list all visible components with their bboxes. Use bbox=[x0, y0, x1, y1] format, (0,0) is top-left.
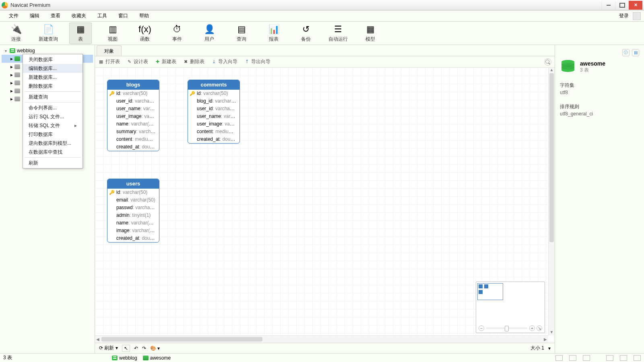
table-column: email: varchar(50) bbox=[107, 196, 159, 204]
context-menu-item[interactable]: 转储 SQL 文件 bbox=[23, 121, 83, 130]
delete-table-button[interactable]: ✖删除表 bbox=[183, 58, 204, 65]
toolbar-label: 函数 bbox=[140, 36, 150, 43]
redo-button[interactable]: ↷ bbox=[142, 346, 146, 351]
context-menu-item[interactable]: 编辑数据库... bbox=[23, 64, 83, 73]
maximize-button[interactable] bbox=[615, 1, 629, 10]
context-menu-item[interactable]: 刷新 bbox=[23, 158, 83, 167]
toolbar-icon: ⏱ bbox=[173, 24, 182, 35]
toolbar-新建查询-button[interactable]: 📄新建查询 bbox=[37, 23, 60, 44]
menu-view[interactable]: 查看 bbox=[45, 11, 66, 21]
table-column: id: varchar(50) bbox=[188, 90, 239, 97]
expand-icon[interactable]: ▸ bbox=[10, 64, 13, 70]
table-column: name: varchar(50) bbox=[107, 219, 159, 227]
zoom-label[interactable]: 大小 1 bbox=[530, 345, 544, 352]
status-crumb-database[interactable]: awesome bbox=[143, 355, 171, 361]
toolbar-自动运行-button[interactable]: ☰自动运行 bbox=[327, 23, 349, 44]
view-mode-button[interactable] bbox=[583, 355, 590, 361]
table-card-blogs[interactable]: blogsid: varchar(50)user_id: varchar(5..… bbox=[107, 80, 159, 151]
layout-button[interactable] bbox=[620, 355, 627, 361]
context-menu-item[interactable]: 删除数据库 bbox=[23, 82, 83, 90]
scroll-thumb[interactable] bbox=[101, 337, 262, 341]
table-card-users[interactable]: usersid: varchar(50)email: varchar(50)pa… bbox=[107, 179, 159, 243]
import-wizard-button[interactable]: ⤓导入向导 bbox=[211, 58, 237, 65]
refresh-button[interactable]: ⟳ 刷新 ▾ bbox=[99, 345, 118, 352]
design-table-button[interactable]: ✎设计表 bbox=[126, 58, 148, 65]
toolbar-事件-button[interactable]: ⏱事件 bbox=[166, 23, 188, 44]
info-button[interactable]: ⓘ bbox=[622, 49, 630, 56]
menu-bar: 文件 编辑 查看 收藏夹 工具 窗口 帮助 登录 bbox=[0, 10, 644, 22]
login-link[interactable]: 登录 bbox=[617, 11, 631, 21]
context-menu-item[interactable]: 新建查询 bbox=[23, 93, 83, 101]
zoom-in-button[interactable]: + bbox=[529, 325, 535, 331]
minimap[interactable]: − + ↘ bbox=[476, 282, 545, 333]
scroll-left-icon[interactable]: ◀ bbox=[95, 336, 101, 343]
scroll-thumb[interactable] bbox=[549, 73, 554, 242]
toolbar-视图-button[interactable]: ▥视图 bbox=[101, 23, 124, 44]
expand-icon[interactable]: ▸ bbox=[10, 56, 13, 62]
table-column: user_image: varc... bbox=[188, 120, 239, 128]
tree-connection[interactable]: ▾ webblog bbox=[2, 47, 93, 55]
scroll-right-icon[interactable]: ▶ bbox=[543, 336, 548, 343]
color-tool[interactable]: 🎨 ▾ bbox=[150, 346, 160, 351]
menu-tools[interactable]: 工具 bbox=[92, 11, 113, 21]
open-table-button[interactable]: ▦打开表 bbox=[98, 58, 120, 65]
new-table-button[interactable]: ✚新建表 bbox=[155, 58, 176, 65]
avatar-icon[interactable] bbox=[633, 12, 641, 20]
ddl-button[interactable]: ▤ bbox=[632, 49, 639, 56]
menu-file[interactable]: 文件 bbox=[3, 11, 24, 21]
tab-objects[interactable]: 对象 bbox=[97, 45, 122, 56]
database-icon bbox=[14, 72, 20, 77]
scroll-up-icon[interactable]: ▲ bbox=[549, 68, 555, 73]
context-menu-item[interactable]: 在数据库中查找 bbox=[23, 148, 83, 156]
view-mode-button[interactable] bbox=[569, 355, 576, 361]
collapse-icon[interactable]: ▾ bbox=[3, 49, 8, 53]
zoom-slider[interactable] bbox=[486, 327, 528, 329]
zoom-dropdown-icon[interactable]: ▾ bbox=[548, 346, 551, 351]
expand-icon[interactable]: ▸ bbox=[10, 72, 13, 78]
toolbar-icon: ▦ bbox=[366, 24, 375, 35]
layout-button[interactable] bbox=[606, 355, 613, 361]
vertical-scrollbar[interactable]: ▲ ▼ bbox=[548, 68, 555, 335]
expand-icon[interactable]: ▸ bbox=[10, 80, 13, 86]
toolbar-连接-button[interactable]: 🔌连接 bbox=[5, 23, 27, 44]
layout-button[interactable] bbox=[634, 355, 641, 361]
context-menu-item[interactable]: 打印数据库 bbox=[23, 130, 83, 139]
toolbar-报表-button[interactable]: 📊报表 bbox=[262, 23, 285, 44]
context-menu-item[interactable]: 命令列界面... bbox=[23, 103, 83, 112]
expand-icon[interactable]: ▸ bbox=[10, 88, 13, 94]
menu-edit[interactable]: 编辑 bbox=[24, 11, 45, 21]
zoom-out-button[interactable]: − bbox=[479, 325, 484, 331]
export-wizard-button[interactable]: ⤒导出向导 bbox=[244, 58, 270, 65]
context-menu-item[interactable]: 关闭数据库 bbox=[23, 55, 83, 64]
toolbar-备份-button[interactable]: ↺备份 bbox=[295, 23, 317, 44]
toolbar-用户-button[interactable]: 👤用户 bbox=[198, 23, 221, 44]
view-mode-button[interactable] bbox=[555, 355, 563, 361]
context-menu-item[interactable]: 运行 SQL 文件... bbox=[23, 112, 83, 121]
pointer-tool[interactable]: ↖ bbox=[122, 345, 130, 352]
menu-favorites[interactable]: 收藏夹 bbox=[66, 11, 92, 21]
main-toolbar: 🔌连接📄新建查询▦表▥视图f(x)函数⏱事件👤用户▤查询📊报表↺备份☰自动运行▦… bbox=[0, 22, 644, 45]
toolbar-函数-button[interactable]: f(x)函数 bbox=[134, 23, 156, 44]
context-menu-item[interactable]: 逆向数据库到模型... bbox=[23, 139, 83, 148]
status-crumb-connection[interactable]: webblog bbox=[112, 355, 137, 361]
zoom-fit-button[interactable]: ↘ bbox=[537, 325, 542, 331]
expand-icon[interactable]: ▸ bbox=[10, 96, 13, 102]
minimize-button[interactable] bbox=[601, 1, 615, 10]
search-icon[interactable] bbox=[544, 58, 551, 66]
undo-button[interactable]: ↶ bbox=[134, 346, 138, 351]
table-column: id: varchar(50) bbox=[107, 90, 159, 97]
toolbar-查询-button[interactable]: ▤查询 bbox=[230, 23, 253, 44]
diagram-canvas[interactable]: blogsid: varchar(50)user_id: varchar(5..… bbox=[95, 68, 555, 343]
info-db-sub: 3 表 bbox=[580, 67, 605, 74]
context-menu-item[interactable]: 新建数据库... bbox=[23, 73, 83, 82]
toolbar-label: 备份 bbox=[301, 36, 311, 43]
close-button[interactable] bbox=[629, 1, 642, 10]
horizontal-scrollbar[interactable]: ◀ ▶ bbox=[95, 335, 548, 343]
info-panel: ⓘ ▤ awesome 3 表 字符集 utf8 排序规则 utf8_gener… bbox=[555, 45, 644, 353]
toolbar-表-button[interactable]: ▦表 bbox=[69, 23, 92, 44]
table-card-comments[interactable]: commentsid: varchar(50)blog_id: varchar(… bbox=[188, 80, 240, 144]
menu-help[interactable]: 帮助 bbox=[134, 11, 155, 21]
menu-window[interactable]: 窗口 bbox=[113, 11, 134, 21]
scroll-down-icon[interactable]: ▼ bbox=[549, 330, 555, 335]
toolbar-模型-button[interactable]: ▦模型 bbox=[359, 23, 382, 44]
